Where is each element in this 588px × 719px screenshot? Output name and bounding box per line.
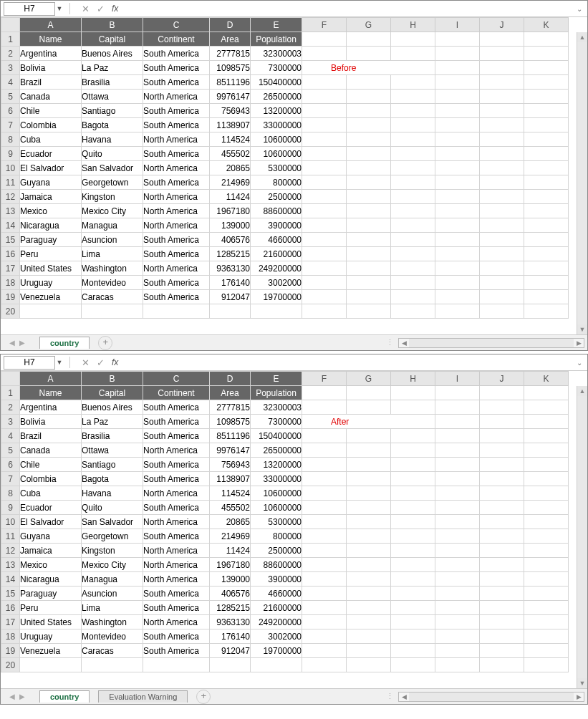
- vertical-scrollbar[interactable]: ▲ ▼: [577, 32, 587, 334]
- cell[interactable]: Venezuela: [20, 290, 82, 304]
- cell[interactable]: [391, 304, 435, 319]
- cell[interactable]: South America: [143, 501, 210, 515]
- cell[interactable]: Bagota: [82, 472, 143, 486]
- cell[interactable]: Bagota: [82, 118, 143, 132]
- tab-scroll-left-icon[interactable]: ◀: [9, 339, 15, 347]
- cell[interactable]: [435, 529, 480, 544]
- cell[interactable]: Paraguay: [20, 233, 82, 247]
- cell[interactable]: Managua: [82, 572, 143, 587]
- cell[interactable]: [480, 515, 524, 529]
- cell[interactable]: [347, 90, 391, 104]
- cell[interactable]: [347, 558, 391, 572]
- cell[interactable]: [347, 47, 391, 61]
- cell[interactable]: Guyana: [20, 175, 82, 190]
- cell[interactable]: North America: [143, 486, 210, 501]
- vertical-scrollbar[interactable]: ▲ ▼: [577, 386, 587, 688]
- cell[interactable]: South America: [143, 458, 210, 472]
- cell[interactable]: [524, 615, 569, 629]
- cell[interactable]: 455502: [210, 147, 251, 161]
- row-header[interactable]: 8: [1, 486, 20, 501]
- cell[interactable]: 10600000: [251, 486, 302, 501]
- cell[interactable]: [143, 304, 210, 319]
- cell[interactable]: [480, 75, 524, 90]
- scroll-up-icon[interactable]: ▲: [577, 386, 587, 396]
- scroll-left-icon[interactable]: ◀: [399, 693, 409, 700]
- cell[interactable]: [524, 601, 569, 615]
- row-header[interactable]: 13: [1, 558, 20, 572]
- cell[interactable]: [524, 458, 569, 472]
- cell[interactable]: [524, 90, 569, 104]
- cell[interactable]: [302, 615, 347, 629]
- row-header[interactable]: 6: [1, 104, 20, 118]
- cell[interactable]: Caracas: [82, 644, 143, 658]
- cell[interactable]: 114524: [210, 486, 251, 501]
- cell[interactable]: 3002000: [251, 276, 302, 290]
- cell[interactable]: 1138907: [210, 118, 251, 132]
- cell[interactable]: Mexico: [20, 558, 82, 572]
- cell[interactable]: North America: [143, 204, 210, 218]
- tab-scroll-left-icon[interactable]: ◀: [9, 693, 15, 700]
- cell[interactable]: 455502: [210, 501, 251, 515]
- cell[interactable]: 214969: [210, 175, 251, 190]
- cell[interactable]: 912047: [210, 644, 251, 658]
- cell[interactable]: [347, 458, 391, 472]
- cell[interactable]: [347, 276, 391, 290]
- resize-grip-icon[interactable]: ⋮: [382, 692, 398, 701]
- formula-input[interactable]: [124, 2, 574, 16]
- cell[interactable]: Georgetown: [82, 529, 143, 544]
- cell[interactable]: [302, 161, 347, 175]
- name-box-dropdown-icon[interactable]: ▼: [55, 5, 64, 12]
- cell[interactable]: [480, 572, 524, 587]
- table-header-cell[interactable]: Capital: [82, 32, 143, 47]
- cell[interactable]: [251, 304, 302, 319]
- column-header-K[interactable]: K: [524, 18, 569, 32]
- cell[interactable]: Quito: [82, 501, 143, 515]
- cell[interactable]: Ottawa: [82, 443, 143, 458]
- cell[interactable]: North America: [143, 443, 210, 458]
- name-box[interactable]: H7: [4, 356, 55, 370]
- select-all-corner[interactable]: [1, 18, 20, 32]
- cell[interactable]: 2500000: [251, 190, 302, 204]
- cell[interactable]: [391, 400, 435, 415]
- row-header[interactable]: 1: [1, 386, 20, 400]
- cell[interactable]: [391, 443, 435, 458]
- sheet-tab-evaluation-warning[interactable]: Evaluation Warning: [98, 690, 188, 703]
- row-header[interactable]: 19: [1, 644, 20, 658]
- cell[interactable]: 3900000: [251, 572, 302, 587]
- cell[interactable]: South America: [143, 247, 210, 261]
- cell[interactable]: Guyana: [20, 529, 82, 544]
- cell[interactable]: [302, 104, 347, 118]
- cell[interactable]: 1098575: [210, 61, 251, 75]
- cell[interactable]: 32300003: [251, 400, 302, 415]
- cell[interactable]: [302, 486, 347, 501]
- column-header-E[interactable]: E: [251, 18, 302, 32]
- cell[interactable]: North America: [143, 515, 210, 529]
- cell[interactable]: Paraguay: [20, 587, 82, 601]
- add-sheet-button[interactable]: +: [196, 690, 211, 704]
- cell[interactable]: [524, 104, 569, 118]
- scroll-right-icon[interactable]: ▶: [574, 339, 584, 347]
- cell[interactable]: South America: [143, 644, 210, 658]
- cell[interactable]: 150400000: [251, 429, 302, 443]
- scroll-down-icon[interactable]: ▼: [577, 678, 587, 688]
- cell[interactable]: [302, 204, 347, 218]
- cell[interactable]: [435, 261, 480, 276]
- cell[interactable]: [302, 572, 347, 587]
- cell[interactable]: [391, 175, 435, 190]
- cell[interactable]: [435, 32, 480, 47]
- cell[interactable]: [524, 486, 569, 501]
- cell[interactable]: [524, 544, 569, 558]
- cell[interactable]: [435, 587, 480, 601]
- cell[interactable]: [391, 629, 435, 644]
- column-header-B[interactable]: B: [82, 372, 143, 386]
- cell[interactable]: [347, 132, 391, 147]
- cell[interactable]: [302, 190, 347, 204]
- cell[interactable]: [524, 175, 569, 190]
- cell[interactable]: 2500000: [251, 544, 302, 558]
- table-header-cell[interactable]: Capital: [82, 386, 143, 400]
- cell[interactable]: Uruguay: [20, 629, 82, 644]
- cell[interactable]: [480, 261, 524, 276]
- cell[interactable]: [391, 190, 435, 204]
- cell[interactable]: Asuncion: [82, 233, 143, 247]
- cell[interactable]: [347, 32, 391, 47]
